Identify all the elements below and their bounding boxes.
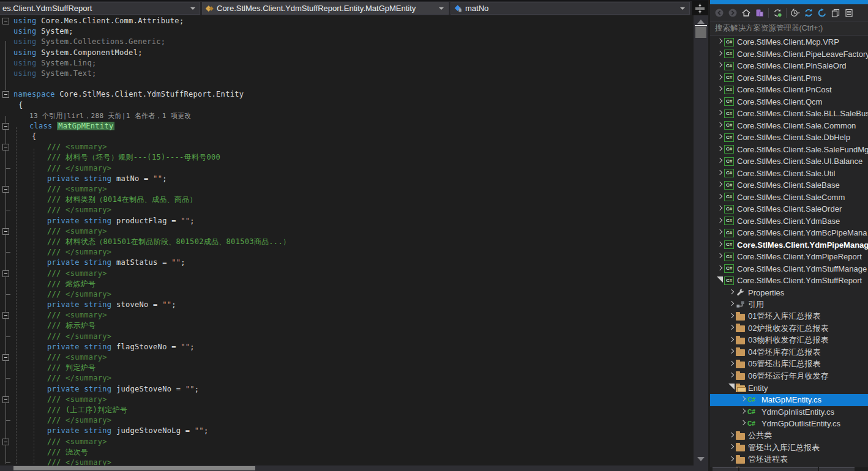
tree-item[interactable]: C#Core.StlMes.Client.Mcp.VRP <box>710 36 868 48</box>
fold-collapse-icon[interactable] <box>2 270 9 277</box>
expand-arrow-icon[interactable] <box>738 397 747 402</box>
tree-item[interactable]: 01管坯入库汇总报表 <box>710 311 868 323</box>
expand-arrow-icon[interactable] <box>715 111 724 116</box>
vertical-scrollbar-thumb[interactable] <box>695 27 706 38</box>
expand-arrow-icon[interactable] <box>727 290 736 295</box>
tree-item[interactable]: C#Core.StlMes.Client.PipeLeaveFactory <box>710 48 868 61</box>
fold-collapse-icon[interactable] <box>2 228 9 235</box>
expand-arrow-icon[interactable] <box>715 242 724 248</box>
expand-arrow-icon[interactable] <box>715 87 724 92</box>
tree-item[interactable]: C#Core.StlMes.Client.YdmStuffManage <box>710 263 868 275</box>
tree-item[interactable]: C#YdmGpOutlistEntity.cs <box>710 418 868 430</box>
expand-arrow-icon[interactable] <box>715 51 724 57</box>
refresh-icon[interactable] <box>802 6 815 19</box>
tree-item[interactable]: C#YdmGpInlistEntity.cs <box>710 406 868 418</box>
expand-arrow-icon[interactable] <box>727 433 736 439</box>
project-dropdown[interactable]: es.Client.YdmStuffReport <box>0 2 200 15</box>
expand-arrow-icon[interactable] <box>715 230 724 236</box>
expand-arrow-icon[interactable] <box>715 123 724 128</box>
pending-changes-filter-icon[interactable] <box>788 6 802 19</box>
expand-arrow-icon[interactable] <box>727 325 736 331</box>
expand-arrow-icon[interactable] <box>715 158 724 164</box>
properties-icon[interactable] <box>842 6 856 19</box>
tree-item-selected[interactable]: C#MatGpMEntity.cs <box>710 394 868 406</box>
collapse-all-icon[interactable] <box>815 6 829 19</box>
expand-arrow-icon[interactable] <box>727 349 736 355</box>
tree-item[interactable]: C#Core.StlMes.Client.SaleOrder <box>710 203 868 215</box>
fold-collapse-icon[interactable] <box>2 18 9 24</box>
expand-arrow-icon[interactable] <box>715 254 724 259</box>
fold-collapse-icon[interactable] <box>2 396 9 403</box>
expand-arrow-icon[interactable] <box>727 457 736 462</box>
expand-arrow-icon[interactable] <box>715 195 724 200</box>
vertical-scrollbar[interactable] <box>694 15 708 471</box>
expand-arrow-icon[interactable] <box>715 182 724 188</box>
tree-item[interactable]: C#Core.StlMes.Client.Sale.Common <box>710 120 868 132</box>
tree-item[interactable]: 引用 <box>710 299 868 311</box>
tree-item[interactable]: Entity <box>710 382 868 395</box>
codelens-info[interactable]: 13 个引用|lirl，288 天前|1 名作者，1 项更改 <box>0 111 694 121</box>
expand-arrow-icon[interactable] <box>727 314 736 319</box>
tree-item[interactable]: 02炉批收发存汇总报表 <box>710 322 868 335</box>
fold-collapse-icon[interactable] <box>2 123 9 130</box>
copy-icon[interactable] <box>829 6 842 19</box>
home-icon[interactable] <box>739 6 753 19</box>
tree-item[interactable]: 03物料收发存汇总报表 <box>710 335 868 347</box>
expand-arrow-icon[interactable] <box>727 362 736 367</box>
expand-arrow-icon[interactable] <box>738 421 747 426</box>
collapse-arrow-icon[interactable] <box>727 384 736 392</box>
tree-item[interactable]: C#Core.StlMes.Client.Sale.SaleFundMg <box>710 144 868 156</box>
tree-item[interactable]: C#Core.StlMes.Client.Sale.DbHelp <box>710 132 868 144</box>
tree-item[interactable]: C#Core.StlMes.Client.Sale.Util <box>710 168 868 180</box>
expand-arrow-icon[interactable] <box>727 373 736 379</box>
expand-arrow-icon[interactable] <box>715 63 724 69</box>
switch-views-icon[interactable] <box>753 6 766 19</box>
expand-arrow-icon[interactable] <box>715 266 724 272</box>
tree-item[interactable]: C#Core.StlMes.Client.Sale.BLL.SaleBusi <box>710 108 868 120</box>
fold-collapse-icon[interactable] <box>2 354 9 361</box>
tree-item[interactable]: C#Core.StlMes.Client.Qcm <box>710 96 868 108</box>
collapse-arrow-icon[interactable] <box>715 276 724 285</box>
tree-item[interactable]: C#Core.StlMes.Client.Sale.UI.Balance <box>710 155 868 168</box>
fold-collapse-icon[interactable] <box>2 144 9 150</box>
expand-arrow-icon[interactable] <box>715 99 724 105</box>
tree-item[interactable]: C#Core.StlMes.Client.YdmBcPipeMana <box>710 227 868 239</box>
horizontal-scrollbar[interactable] <box>0 465 694 471</box>
expand-arrow-icon[interactable] <box>727 445 736 450</box>
scroll-down-arrow-icon[interactable] <box>694 455 708 464</box>
tree-item[interactable]: C#Core.StlMes.Client.SaleBase <box>710 179 868 191</box>
tree-item[interactable]: C#Core.StlMes.Client.Pms <box>710 72 868 84</box>
tree-item[interactable]: Properties <box>710 287 868 299</box>
fold-collapse-icon[interactable] <box>2 439 9 445</box>
expand-arrow-icon[interactable] <box>715 206 724 212</box>
expand-arrow-icon[interactable] <box>727 302 736 307</box>
tree-item[interactable]: 05管坯出库汇总报表 <box>710 358 868 371</box>
member-dropdown[interactable]: matNo <box>451 2 690 15</box>
expand-arrow-icon[interactable] <box>715 171 724 176</box>
horizontal-scrollbar-thumb[interactable] <box>13 466 255 470</box>
tree-item[interactable]: 管坯出入库汇总报表 <box>710 442 868 454</box>
expand-arrow-icon[interactable] <box>715 218 724 224</box>
expand-arrow-icon[interactable] <box>715 75 724 81</box>
tree-item[interactable]: 06管坯运行年月收发存 <box>710 370 868 382</box>
tree-item[interactable]: C#Core.StlMes.Client.PnCost <box>710 84 868 96</box>
expand-arrow-icon[interactable] <box>715 147 724 152</box>
tree-item[interactable]: C#Core.StlMes.Client.PlnSaleOrd <box>710 60 868 72</box>
back-icon[interactable] <box>713 6 726 19</box>
tree-item[interactable]: C#Core.StlMes.Client.YdmPipeManage <box>710 239 868 251</box>
expand-arrow-icon[interactable] <box>738 409 747 415</box>
expand-arrow-icon[interactable] <box>715 39 724 45</box>
fold-collapse-icon[interactable] <box>2 186 9 193</box>
type-dropdown[interactable]: Core.StlMes.Client.YdmStuffReport.Entity… <box>202 2 449 15</box>
solution-search-input[interactable]: 搜索解决方案资源管理器(Ctrl+;) <box>710 21 868 35</box>
tree-item[interactable]: C#Core.StlMes.Client.SaleComm <box>710 191 868 204</box>
tree-item[interactable]: 公共类 <box>710 430 868 442</box>
code-editor[interactable]: using Core.Mes.Client.Comm.Attribute;usi… <box>0 15 694 471</box>
expand-arrow-icon[interactable] <box>715 135 724 140</box>
fold-collapse-icon[interactable] <box>2 91 9 98</box>
tree-item[interactable]: C#Core.StlMes.Client.YdmPipeReport <box>710 251 868 263</box>
tree-item[interactable]: C#Core.StlMes.Client.YdmStuffReport <box>710 275 868 287</box>
fold-collapse-icon[interactable] <box>2 312 9 319</box>
tree-item[interactable]: 04管坯库存汇总报表 <box>710 346 868 358</box>
sync-with-active-document-icon[interactable] <box>771 6 784 19</box>
